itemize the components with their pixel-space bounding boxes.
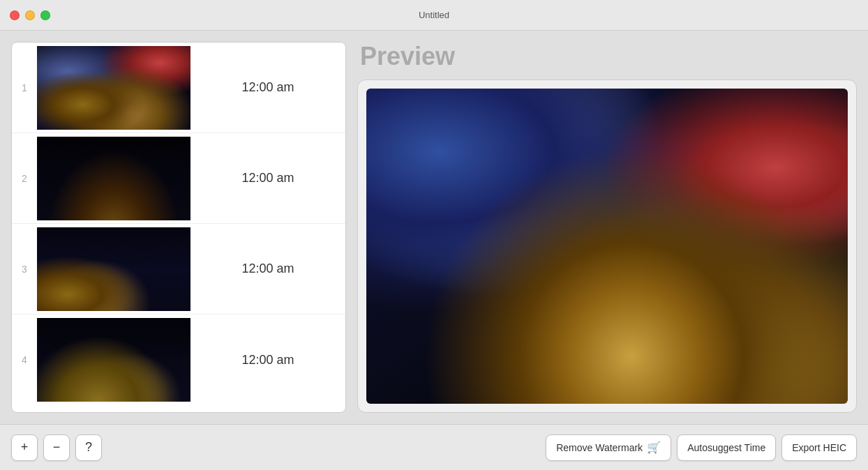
list-item[interactable]: 2 12:00 am [12,133,345,224]
thumbnail-3 [37,227,190,311]
thumbnail-2 [37,137,190,220]
item-time-4: 12:00 am [190,353,345,367]
title-bar: Untitled [0,0,868,31]
maximize-button[interactable] [40,10,50,20]
item-time-3: 12:00 am [190,261,345,276]
window-title: Untitled [419,10,449,20]
bottom-toolbar: + − ? Remove Watermark 🛒 Autosuggest Tim… [0,424,868,470]
list-item[interactable]: 1 12:00 am [12,43,345,133]
item-number-2: 2 [12,173,37,184]
help-button[interactable]: ? [75,434,102,461]
remove-watermark-label: Remove Watermark [556,442,643,453]
list-item[interactable]: 4 12:00 am [12,314,345,405]
main-content: 1 12:00 am 2 12:00 am 3 12:00 am 4 12:00… [0,31,868,424]
remove-button[interactable]: − [43,434,70,461]
item-time-1: 12:00 am [190,80,345,95]
item-number-4: 4 [12,354,37,365]
preview-image [366,89,848,404]
preview-frame [357,79,857,413]
cart-icon: 🛒 [647,441,661,454]
traffic-light-controls [10,10,50,20]
autosuggest-time-button[interactable]: Autosuggest Time [677,434,776,461]
add-button[interactable]: + [11,434,38,461]
preview-panel: Preview [357,42,857,413]
item-number-1: 1 [12,82,37,93]
item-number-3: 3 [12,264,37,275]
image-list-panel[interactable]: 1 12:00 am 2 12:00 am 3 12:00 am 4 12:00… [11,42,346,413]
remove-watermark-button[interactable]: Remove Watermark 🛒 [546,434,671,461]
close-button[interactable] [10,10,20,20]
preview-title: Preview [357,42,857,71]
list-item[interactable]: 3 12:00 am [12,224,345,314]
minimize-button[interactable] [25,10,35,20]
thumbnail-1 [37,46,190,130]
thumbnail-4 [37,318,190,402]
item-time-2: 12:00 am [190,171,345,185]
export-heic-button[interactable]: Export HEIC [781,434,857,461]
